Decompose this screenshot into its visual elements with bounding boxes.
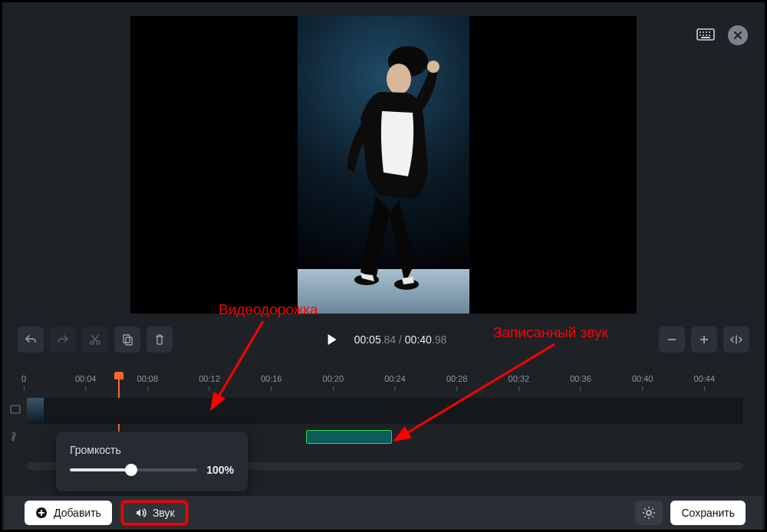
svg-point-14 — [387, 64, 411, 94]
svg-rect-13 — [388, 57, 428, 62]
bottom-bar: Добавить Звук Сохранить — [5, 496, 762, 530]
timeline-ruler[interactable]: 000:0400:0800:1200:1600:2000:2400:2800:3… — [24, 374, 743, 392]
redo-button[interactable] — [50, 327, 76, 353]
ruler-mark: 00:40 — [632, 374, 653, 391]
close-button[interactable] — [728, 25, 748, 45]
volume-slider-thumb[interactable] — [125, 464, 137, 476]
video-track-icon — [10, 404, 24, 418]
svg-point-15 — [427, 61, 439, 73]
preview-content — [307, 19, 460, 303]
save-button[interactable]: Сохранить — [670, 501, 746, 525]
ruler-mark: 00:16 — [261, 374, 282, 391]
video-clip-thumbnail — [27, 398, 44, 424]
audio-track-icon — [10, 431, 24, 445]
cut-button[interactable] — [82, 327, 108, 353]
svg-rect-23 — [126, 337, 132, 345]
current-time-frac: .84 — [381, 333, 396, 346]
copy-button[interactable] — [114, 327, 140, 353]
volume-popover: Громкость 100% — [56, 432, 248, 491]
svg-point-19 — [97, 341, 100, 344]
ruler-mark: 00:20 — [323, 374, 344, 391]
video-preview[interactable] — [130, 16, 637, 314]
settings-button[interactable] — [635, 501, 663, 525]
time-display: 00:05.84 / 00:40.98 — [354, 333, 447, 346]
ruler-mark: 00:04 — [75, 374, 97, 391]
zoom-in-button[interactable] — [691, 327, 717, 353]
volume-value: 100% — [206, 464, 234, 476]
total-time: 00:40 — [405, 333, 432, 346]
ruler-mark: 0 — [21, 374, 26, 391]
undo-button[interactable] — [18, 327, 44, 353]
volume-slider[interactable] — [70, 468, 197, 471]
ruler-mark: 00:32 — [509, 374, 530, 391]
delete-button[interactable] — [146, 327, 173, 353]
ruler-mark: 00:24 — [384, 374, 406, 391]
audio-clip[interactable] — [306, 430, 392, 444]
ruler-mark: 00:12 — [199, 374, 220, 391]
ruler-mark: 00:08 — [137, 374, 159, 391]
sound-button[interactable]: Звук — [121, 501, 188, 525]
ruler-mark: 00:28 — [446, 374, 468, 391]
volume-label: Громкость — [70, 444, 234, 456]
keyboard-icon[interactable] — [694, 24, 717, 47]
sound-button-label: Звук — [153, 507, 175, 519]
svg-point-29 — [12, 438, 15, 441]
video-track[interactable] — [27, 398, 743, 424]
add-button[interactable]: Добавить — [25, 501, 112, 525]
add-button-label: Добавить — [54, 507, 101, 519]
play-button[interactable] — [321, 328, 344, 351]
current-time: 00:05 — [354, 333, 381, 346]
svg-point-18 — [91, 341, 94, 344]
total-time-frac: .98 — [432, 333, 446, 346]
zoom-out-button[interactable] — [659, 327, 685, 353]
ruler-mark: 00:44 — [694, 374, 716, 391]
svg-point-33 — [647, 511, 651, 515]
svg-rect-22 — [123, 335, 130, 343]
save-button-label: Сохранить — [681, 507, 735, 519]
svg-rect-28 — [11, 406, 20, 413]
fit-width-button[interactable] — [723, 327, 749, 353]
ruler-mark: 00:36 — [570, 374, 591, 391]
